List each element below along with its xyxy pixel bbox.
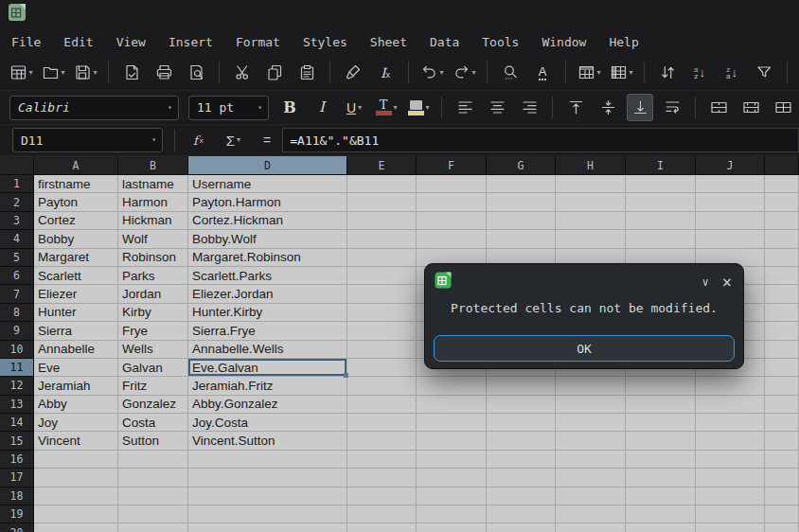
cell-I1[interactable] (626, 175, 696, 193)
chevron-down-icon[interactable]: ▾ (597, 69, 601, 77)
copy-button[interactable] (262, 60, 287, 85)
cell-F13[interactable] (417, 396, 487, 414)
cell-A7[interactable]: Eliezer (34, 285, 118, 303)
cell-J17[interactable] (696, 469, 765, 487)
wrap-text-button[interactable] (660, 95, 684, 120)
row-header-15[interactable]: 15 (0, 432, 34, 450)
cell-F20[interactable] (417, 523, 487, 532)
cell-F17[interactable] (417, 469, 487, 487)
cell-J1[interactable] (696, 175, 765, 193)
cell-D8[interactable]: Hunter.Kirby (188, 304, 347, 322)
cell-J2[interactable] (696, 193, 765, 211)
cell-J4[interactable] (696, 230, 765, 248)
cell-A20[interactable] (34, 523, 118, 532)
chevron-down-icon[interactable]: ▾ (62, 69, 65, 77)
menu-help[interactable]: Help (597, 28, 649, 55)
column-header-A[interactable]: A (34, 156, 118, 175)
cell-D6[interactable]: Scarlett.Parks (188, 267, 347, 285)
chevron-down-icon[interactable]: ▾ (146, 136, 162, 144)
cell-D4[interactable]: Bobby.Wolf (188, 230, 347, 248)
cell-I3[interactable] (626, 212, 696, 230)
cell-B5[interactable]: Robinson (118, 249, 188, 267)
cell-H13[interactable] (556, 396, 626, 414)
cell-E19[interactable] (347, 505, 417, 523)
cell-G14[interactable] (487, 414, 556, 432)
cell-B19[interactable] (118, 505, 188, 523)
cell-I20[interactable] (626, 523, 696, 532)
font-name-combo[interactable]: Calibri▾ (9, 96, 179, 120)
clear-formatting-button[interactable]: Ix (373, 60, 398, 85)
cell-B14[interactable]: Costa (118, 414, 188, 432)
unmerge-cells-button[interactable] (771, 95, 795, 120)
cell-D12[interactable]: Jeramiah.Fritz (188, 377, 347, 395)
dialog-titlebar[interactable]: ∨ × (425, 264, 743, 296)
column-header-D[interactable]: D (188, 156, 347, 175)
cell-G2[interactable] (487, 193, 556, 211)
cell-H4[interactable] (556, 230, 626, 248)
cell-F12[interactable] (417, 377, 487, 395)
cell-partial10[interactable] (765, 341, 799, 359)
cell-B12[interactable]: Fritz (118, 377, 188, 395)
cell-A16[interactable] (34, 451, 118, 469)
highlight-color-button[interactable]: ▾ (406, 95, 431, 120)
paste-button[interactable] (294, 60, 319, 85)
cell-partial2[interactable] (765, 193, 799, 211)
cell-I4[interactable] (626, 230, 696, 248)
cut-button[interactable] (230, 60, 255, 85)
cell-D18[interactable] (188, 488, 347, 505)
cell-A13[interactable]: Abby (34, 396, 118, 414)
undo-button[interactable]: ▾ (419, 60, 444, 85)
cell-A11[interactable]: Eve (34, 359, 118, 377)
cell-B4[interactable]: Wolf (118, 230, 188, 248)
cell-H1[interactable] (556, 175, 626, 193)
row-header-3[interactable]: 3 (0, 212, 34, 230)
cell-E14[interactable] (347, 414, 417, 432)
cell-J20[interactable] (696, 523, 765, 532)
cell-H3[interactable] (556, 212, 626, 230)
cell-D10[interactable]: Annabelle.Wells (188, 341, 347, 359)
cell-partial16[interactable] (765, 451, 799, 469)
open-folder-button[interactable]: ▾ (41, 60, 65, 85)
italic-button[interactable]: I (310, 95, 334, 120)
cell-B17[interactable] (118, 469, 188, 487)
chevron-down-icon[interactable]: ▾ (237, 136, 240, 144)
cell-partial13[interactable] (765, 396, 799, 414)
sum-button[interactable]: Σ ▾ (221, 132, 246, 150)
chevron-down-icon[interactable]: ▾ (630, 69, 633, 77)
column-header-I[interactable]: I (626, 156, 696, 175)
cell-F1[interactable] (417, 175, 487, 193)
cell-E2[interactable] (347, 193, 417, 211)
cell-A12[interactable]: Jeramiah (34, 377, 118, 395)
row-header-10[interactable]: 10 (0, 341, 34, 359)
cell-B8[interactable]: Kirby (118, 304, 188, 322)
cell-G12[interactable] (487, 377, 556, 395)
cell-H2[interactable] (556, 193, 626, 211)
cell-D11[interactable]: Eve.Galvan (188, 359, 347, 377)
header-column-button[interactable]: ▾ (609, 60, 633, 85)
merge-cells-button[interactable] (706, 95, 731, 120)
cell-A17[interactable] (34, 469, 118, 487)
cell-E8[interactable] (347, 304, 417, 322)
cell-D20[interactable] (188, 523, 347, 532)
cell-E11[interactable] (347, 359, 417, 377)
row-header-6[interactable]: 6 (0, 267, 34, 285)
row-header-20[interactable]: 20 (0, 523, 34, 532)
align-top-button[interactable] (563, 95, 588, 120)
chevron-down-icon[interactable]: ▾ (358, 104, 362, 112)
cell-I2[interactable] (626, 193, 696, 211)
cell-J3[interactable] (696, 212, 765, 230)
cell-E6[interactable] (347, 267, 417, 285)
column-header-H[interactable]: H (556, 156, 626, 175)
cell-A18[interactable] (34, 488, 118, 505)
cell-partial7[interactable] (765, 285, 799, 303)
cell-G20[interactable] (487, 523, 556, 532)
cell-H15[interactable] (556, 432, 626, 450)
cell-partial15[interactable] (765, 432, 799, 450)
underline-button[interactable]: U▾ (342, 95, 366, 120)
chevron-down-icon[interactable]: ▾ (472, 69, 476, 77)
row-header-14[interactable]: 14 (0, 414, 34, 432)
menu-data[interactable]: Data (418, 28, 471, 55)
menu-format[interactable]: Format (224, 28, 292, 55)
cell-B6[interactable]: Parks (118, 267, 188, 285)
column-header-E[interactable]: E (347, 156, 417, 175)
